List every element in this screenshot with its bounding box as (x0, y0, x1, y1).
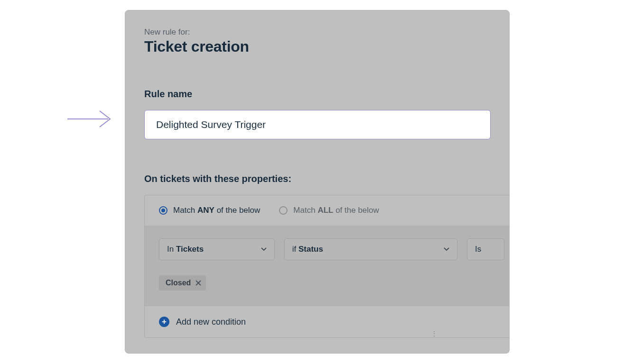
rule-editor-panel: New rule for: Ticket creation Rule name … (125, 10, 510, 354)
rule-name-input[interactable] (144, 110, 491, 139)
add-condition-label: Add new condition (176, 317, 246, 327)
radio-unselected-icon (279, 206, 288, 215)
value-tag-label: Closed (166, 279, 191, 287)
condition-values: Closed (159, 275, 504, 291)
field-dropdown[interactable]: if Status (284, 238, 457, 260)
operator-dropdown[interactable]: Is (467, 238, 504, 260)
panel-title: Ticket creation (144, 38, 509, 55)
match-mode-row: Match ANY of the below Match ALL of the … (145, 195, 510, 226)
conditions-heading: On tickets with these properties: (144, 173, 509, 184)
panel-subtitle: New rule for: (144, 27, 509, 37)
conditions-container: Match ANY of the below Match ALL of the … (144, 195, 510, 338)
value-tag: Closed (159, 275, 206, 291)
condition-row: In Tickets if Status Is Closed (145, 226, 510, 306)
chevron-down-icon (444, 247, 449, 251)
annotation-arrow (66, 107, 114, 131)
scope-dropdown[interactable]: In Tickets (159, 238, 275, 260)
tag-remove-icon[interactable] (195, 280, 201, 286)
rule-name-label: Rule name (144, 89, 509, 100)
drag-handle-icon: ⋮ (431, 330, 438, 337)
match-all-radio[interactable]: Match ALL of the below (279, 206, 379, 215)
add-condition-button[interactable]: + Add new condition ⋮ (145, 306, 510, 337)
match-any-radio[interactable]: Match ANY of the below (159, 206, 260, 215)
match-any-label: Match ANY of the below (173, 206, 260, 215)
radio-selected-icon (159, 206, 168, 215)
chevron-down-icon (261, 247, 267, 251)
match-all-label: Match ALL of the below (293, 206, 379, 215)
plus-icon: + (159, 317, 169, 327)
